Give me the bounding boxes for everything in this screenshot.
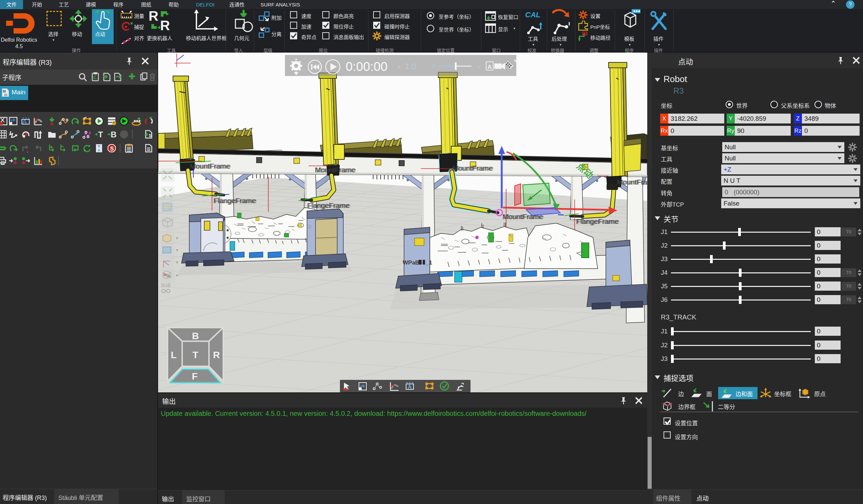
svg-text:S: S (149, 133, 152, 138)
svg-text:T: T (98, 130, 103, 139)
svg-text:WPaB: WPaB (403, 260, 419, 266)
svg-text:1.0: 1.0 (405, 62, 416, 71)
svg-text:L: L (171, 350, 176, 360)
svg-text:MountFrame: MountFrame (453, 164, 493, 172)
svg-text:T: T (192, 350, 198, 360)
svg-text:S: S (110, 146, 114, 152)
svg-text:M: M (3, 89, 6, 93)
svg-text:A: A (408, 384, 412, 390)
svg-text:MountFrame: MountFrame (191, 162, 231, 170)
svg-text:B: B (111, 130, 116, 139)
svg-text:A: A (487, 64, 491, 70)
svg-text:0:00:00: 0:00:00 (346, 60, 387, 74)
svg-text:_1: _1 (425, 260, 432, 266)
svg-text:FlangeFrame: FlangeFrame (214, 197, 257, 204)
svg-text:R: R (149, 9, 159, 23)
svg-text:B: B (192, 331, 199, 341)
svg-text:MountFrame: MountFrame (316, 166, 356, 174)
svg-text:x: x (398, 63, 401, 70)
svg-text:FlangeFrame: FlangeFrame (577, 217, 620, 225)
svg-text:R: R (213, 350, 220, 360)
svg-text:FlangeFrame: FlangeFrame (308, 201, 350, 209)
svg-text:MountFrame: MountFrame (503, 213, 544, 220)
svg-text:F: F (192, 371, 198, 381)
svg-text:SUB: SUB (161, 282, 171, 288)
svg-text:R: R (160, 18, 170, 33)
svg-text:MountFrame: MountFrame (618, 178, 647, 186)
